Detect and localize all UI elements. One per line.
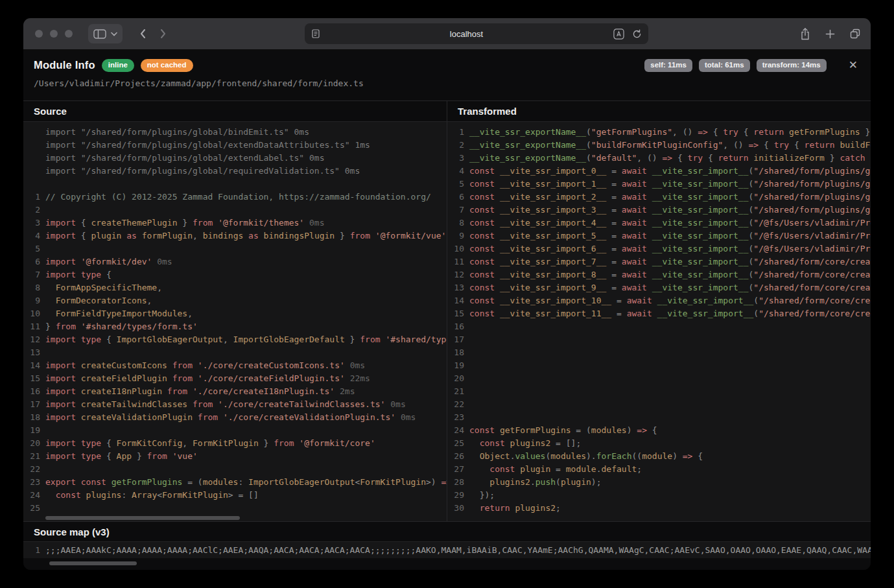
code-line: 21 [447,385,871,398]
code-line: 10const __vite_ssr_import_6__ = await __… [447,242,871,255]
module-path: /Users/vladimir/Projects/zammad/app/fron… [34,78,858,88]
code-line: 29 }); [447,489,871,502]
code-line: 26 Object.values(modules).forEach((modul… [447,450,871,463]
code-line: 4const __vite_ssr_import_0__ = await __v… [447,165,871,178]
code-line: 9 FormDecoratorIcons, [23,294,447,307]
source-horizontal-scrollbar[interactable] [45,516,240,520]
address-bar[interactable]: localhost [305,23,648,44]
nav-buttons [139,29,167,39]
translate-icon[interactable] [613,29,624,40]
module-info-header: Module Info inline not cached self: 11ms… [23,49,871,100]
code-line: 8const __vite_ssr_import_4__ = await __v… [447,217,871,229]
code-line: 2__vite_ssr_exportName__("buildFormKitPl… [447,139,871,152]
close-icon[interactable]: ✕ [849,60,858,71]
code-line: 17 [447,333,871,346]
toolbar-right-icons [800,28,860,40]
code-line: 14const __vite_ssr_import_10__ = await _… [447,294,871,307]
badge-inline: inline [102,59,134,72]
code-line: 22 [447,398,871,411]
window-controls [35,30,73,38]
code-line: 13 [23,346,447,359]
code-line: 7import type { [23,268,447,281]
code-line: 10 FormFieldTypeImportModules, [23,307,447,320]
new-tab-icon[interactable] [825,29,835,39]
code-line: 14import createCustomIcons from './core/… [23,359,447,372]
sidebar-icon [93,29,106,39]
sourcemap-horizontal-scrollbar[interactable] [49,561,137,565]
code-line: 24const getFormPlugins = (modules) => { [447,424,871,437]
code-line: 16import createI18nPlugin from './core/c… [23,385,447,398]
code-line: 1// Copyright (C) 2012-2025 Zammad Found… [23,191,447,204]
transformed-code: 1__vite_ssr_exportName__("getFormPlugins… [447,122,871,521]
code-line: 18import createValidationPlugin from './… [23,411,447,424]
window-close-button[interactable] [35,30,43,38]
sidebar-toggle-button[interactable] [88,24,123,43]
timing-transform-badge: transform: 14ms [757,59,827,72]
code-line: 24 const plugins: Array<FormKitPlugin> =… [23,489,447,502]
code-line: 12import type { ImportGlobEagerOutput, I… [23,333,447,346]
url-text: localhost [320,29,613,39]
code-line: 13const __vite_ssr_import_9__ = await __… [447,281,871,294]
code-line: 28 plugins2.push(plugin); [447,476,871,489]
code-line: 25 [23,502,447,515]
transformed-panel: Transformed 1__vite_ssr_exportName__("ge… [447,101,871,521]
code-line: 19 [23,424,447,437]
window-minimize-button[interactable] [50,30,58,38]
code-line: 8 FormAppSpecificTheme, [23,281,447,294]
forward-button[interactable] [160,29,167,39]
browser-window: localhost [23,18,871,570]
sourcemap-title: Source map (v3) [23,522,871,541]
code-line: 15const __vite_ssr_import_11__ = await _… [447,307,871,320]
timing-total-badge: total: 61ms [699,59,750,72]
code-line: 22 [23,463,447,476]
code-line: 17import createTailwindClasses from './c… [23,398,447,411]
code-line: 20 [447,372,871,385]
back-button[interactable] [139,29,146,39]
page-icon [311,29,320,38]
code-line: 7const __vite_ssr_import_3__ = await __v… [447,204,871,217]
code-line: 15import createFieldPlugin from './core/… [23,372,447,385]
code-line: 3import { createThemePlugin } from '@for… [23,217,447,229]
source-code: import "/shared/form/plugins/global/bind… [23,122,447,521]
code-line: 5const __vite_ssr_import_1__ = await __v… [447,178,871,191]
code-line: import "/shared/form/plugins/global/bind… [23,126,447,139]
code-line: 19 [447,359,871,372]
badge-not-cached: not cached [141,59,193,72]
code-line: 9const __vite_ssr_import_5__ = await __v… [447,229,871,242]
code-line: 21import type { App } from 'vue' [23,450,447,463]
code-line: 30 return plugins2; [447,502,871,515]
show-tabs-icon[interactable] [850,29,860,39]
code-panels: Source import "/shared/form/plugins/glob… [23,100,871,521]
window-zoom-button[interactable] [65,30,73,38]
page-title: Module Info [34,59,95,71]
code-line: 27 const plugin = module.default; [447,463,871,476]
sourcemap-code: 1;;;AAEA;AAAkC;AAAA;AAAA;AAAA;AAClC;AAEA… [23,541,871,558]
transformed-panel-title: Transformed [447,101,871,122]
code-line: 11} from '#shared/types/form.ts' [23,320,447,333]
code-line: 4import { plugin as formPlugin, bindings… [23,229,447,242]
code-line: import "/shared/form/plugins/global/requ… [23,165,447,178]
code-line: 2 [23,204,447,217]
source-panel-title: Source [23,101,447,122]
code-line: 18 [447,346,871,359]
timing-self-badge: self: 11ms [644,59,692,72]
sourcemap-section: Source map (v3) 1;;;AAEA;AAAkC;AAAA;AAAA… [23,521,871,570]
browser-toolbar: localhost [23,18,871,49]
code-line: 12const __vite_ssr_import_8__ = await __… [447,268,871,281]
code-line: 11const __vite_ssr_import_7__ = await __… [447,255,871,268]
reload-icon[interactable] [632,29,642,39]
code-line: 23 [447,411,871,424]
code-line: 1;;;AAEA;AAAkC;AAAA;AAAA;AAAA;AAClC;AAEA… [23,544,871,557]
code-line: 3__vite_ssr_exportName__("default", () =… [447,152,871,165]
code-line: 25 const plugins2 = []; [447,437,871,450]
address-bar-area: localhost [167,23,786,44]
code-line: 23export const getFormPlugins = (modules… [23,476,447,489]
code-line: 6import '@formkit/dev' 0ms [23,255,447,268]
code-line: 5 [23,242,447,255]
code-line [23,178,447,191]
code-line: 6const __vite_ssr_import_2__ = await __v… [447,191,871,204]
chevron-down-icon [111,32,117,36]
code-line: 1__vite_ssr_exportName__("getFormPlugins… [447,126,871,139]
code-line: import "/shared/form/plugins/global/exte… [23,152,447,165]
share-icon[interactable] [800,28,810,40]
